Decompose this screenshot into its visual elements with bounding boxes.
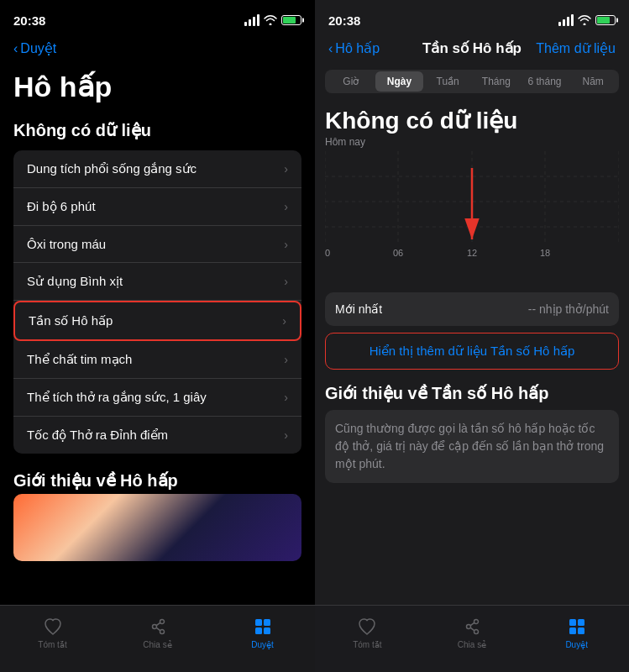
right-tab-tom-tat-label: Tóm tắt [353, 640, 381, 649]
right-nav-title: Tần số Hô hấp [422, 39, 522, 57]
right-browse-icon [566, 616, 588, 638]
left-thumbnail [13, 494, 301, 561]
tab-ngay[interactable]: Ngày [375, 71, 424, 92]
menu-item-the-tich[interactable]: Thể tích thở ra gắng sức, 1 giây › [13, 379, 301, 417]
svg-point-25 [474, 629, 479, 633]
left-back-button[interactable]: ‹ Duyệt [13, 40, 56, 56]
intro-text: Cũng thường được gọi là tần số hô hấp ho… [325, 410, 619, 483]
left-tab-chia-se-label: Chia sẻ [143, 640, 171, 649]
right-tab-tom-tat[interactable]: Tóm tắt [315, 616, 420, 649]
right-back-button[interactable]: ‹ Hô hấp [328, 40, 380, 56]
chart-area: 00 06 12 18 [325, 151, 619, 286]
svg-point-2 [160, 629, 164, 633]
data-row: Mới nhất -- nhịp thở/phút [325, 292, 619, 326]
svg-rect-7 [255, 627, 262, 634]
right-page-title: Không có dữ liệu [315, 100, 629, 136]
svg-point-0 [152, 624, 156, 628]
signal-icon [244, 14, 259, 26]
left-status-icons [244, 14, 301, 26]
svg-line-27 [470, 627, 474, 630]
svg-point-24 [474, 619, 479, 623]
menu-item-the-tich-label: Thể tích thở ra gắng sức, 1 giây [27, 390, 207, 405]
svg-line-3 [156, 622, 160, 625]
chart-svg: 00 06 12 18 [325, 151, 619, 260]
left-back-label: Duyệt [20, 40, 56, 56]
tab-thang[interactable]: Tháng [472, 71, 521, 92]
tab-tuan[interactable]: Tuần [423, 71, 472, 92]
left-page-title: Hô hấp [0, 63, 315, 107]
menu-item-dung-tich[interactable]: Dung tích phổi sống gắng sức › [13, 150, 301, 188]
menu-item-binh-xit-label: Sử dụng Bình xịt [27, 274, 123, 289]
left-nav-bar: ‹ Duyệt [0, 37, 315, 63]
show-more-button[interactable]: Hiển thị thêm dữ liệu Tần số Hô hấp [325, 333, 619, 370]
svg-rect-28 [569, 619, 576, 626]
svg-text:06: 06 [393, 248, 403, 258]
right-chevron-icon: ‹ [328, 41, 333, 56]
right-wifi-icon [578, 15, 591, 25]
tab-nam[interactable]: Năm [569, 71, 617, 92]
svg-text:12: 12 [467, 248, 477, 258]
menu-chevron-icon-3: › [284, 238, 288, 251]
left-tab-chia-se[interactable]: Chia sẻ [105, 616, 210, 649]
right-share-icon [461, 616, 483, 638]
menu-chevron-icon-8: › [284, 428, 288, 442]
right-bottom-nav: Tóm tắt Chia sẻ [315, 605, 629, 672]
data-value: -- nhịp thở/phút [528, 302, 609, 316]
menu-chevron-icon-2: › [284, 200, 288, 213]
left-tab-duyet[interactable]: Duyệt [210, 616, 315, 649]
svg-rect-29 [578, 619, 584, 626]
svg-rect-30 [569, 627, 576, 634]
menu-chevron-icon: › [284, 162, 288, 176]
svg-rect-31 [578, 627, 584, 634]
right-status-bar: 20:38 [315, 0, 629, 37]
intro-title: Giới thiệu về Tần số Hô hấp [325, 383, 619, 403]
right-tab-chia-se[interactable]: Chia sẻ [420, 616, 525, 649]
left-time: 20:38 [13, 13, 45, 28]
right-tab-duyet[interactable]: Duyệt [524, 616, 629, 649]
heart-icon [42, 616, 64, 638]
chart-subtitle: Hôm nay [315, 136, 629, 151]
menu-item-dung-tich-label: Dung tích phổi sống gắng sức [27, 161, 197, 176]
right-battery-icon [595, 15, 616, 25]
menu-item-the-chat-label: Thể chất tim mạch [27, 352, 132, 367]
menu-chevron-icon-6: › [284, 353, 288, 366]
left-panel: 20:38 ‹ Duyệt Hô hấp Không có [0, 0, 315, 672]
menu-item-tan-so-label: Tần số Hô hấp [29, 313, 113, 328]
right-panel: 20:38 ‹ Hô hấp Tần số Hô hấp Thêm dữ [315, 0, 629, 672]
tab-gio[interactable]: Giờ [327, 71, 375, 92]
right-signal-icon [558, 14, 574, 26]
menu-item-toc-do-label: Tốc độ Thở ra Đỉnh điểm [27, 428, 168, 443]
right-content: Không có dữ liệu Hôm nay 00 06 12 18 [315, 100, 629, 672]
menu-item-oxi-label: Ôxi trong máu [27, 237, 106, 251]
left-bottom-nav: Tóm tắt Chia sẻ [0, 605, 315, 672]
svg-rect-6 [264, 619, 270, 626]
right-add-data-button[interactable]: Thêm dữ liệu [536, 40, 616, 56]
wifi-icon [264, 15, 277, 25]
browse-icon [252, 616, 274, 638]
left-intro-title: Giới thiệu về Hô hấp [0, 457, 315, 494]
share-icon [147, 616, 169, 638]
left-tab-tom-tat[interactable]: Tóm tắt [0, 616, 105, 649]
intro-section: Giới thiệu về Tần số Hô hấp Cũng thường … [315, 376, 629, 483]
left-tab-duyet-label: Duyệt [251, 640, 274, 649]
svg-rect-8 [264, 627, 270, 634]
menu-item-the-chat[interactable]: Thể chất tim mạch › [13, 341, 301, 379]
left-tab-tom-tat-label: Tóm tắt [38, 640, 66, 649]
menu-item-binh-xit[interactable]: Sử dụng Bình xịt › [13, 263, 301, 301]
tab-6thang[interactable]: 6 tháng [521, 71, 569, 92]
right-tab-duyet-label: Duyệt [565, 640, 588, 649]
svg-line-4 [156, 627, 160, 630]
menu-item-toc-do[interactable]: Tốc độ Thở ra Đỉnh điểm › [13, 417, 301, 454]
menu-chevron-icon-5: › [282, 314, 286, 328]
right-status-icons [558, 14, 616, 26]
svg-point-1 [160, 619, 164, 623]
menu-chevron-icon-4: › [284, 275, 288, 288]
svg-text:00: 00 [325, 248, 330, 258]
menu-chevron-icon-7: › [284, 391, 288, 404]
left-section-title: Không có dữ liệu [0, 107, 315, 147]
menu-item-oxi[interactable]: Ôxi trong máu › [13, 226, 301, 263]
right-tab-chia-se-label: Chia sẻ [458, 640, 486, 649]
right-heart-icon [356, 616, 378, 638]
menu-item-tan-so[interactable]: Tần số Hô hấp › [13, 301, 301, 341]
menu-item-di-bo[interactable]: Đi bộ 6 phút › [13, 188, 301, 226]
